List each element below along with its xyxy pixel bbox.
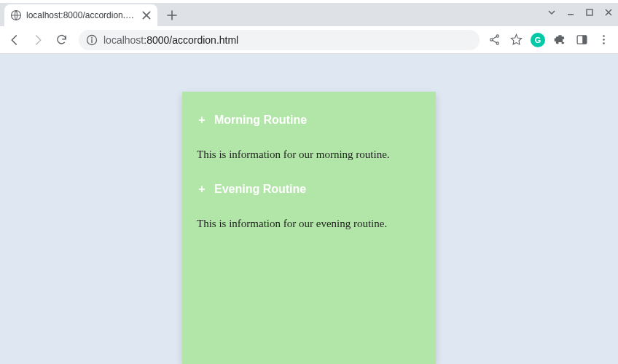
svg-point-12 — [603, 42, 605, 44]
back-button[interactable] — [4, 30, 25, 50]
url-host: localhost — [103, 34, 144, 46]
new-tab-button[interactable] — [162, 5, 182, 25]
accordion-header[interactable]: + Evening Routine — [197, 174, 421, 200]
minimize-button[interactable] — [566, 7, 576, 17]
address-bar[interactable]: localhost:8000/accordion.html — [79, 30, 480, 50]
info-icon[interactable] — [86, 34, 98, 46]
tab-title: localhost:8000/accordion.html — [26, 10, 137, 20]
chevron-down-icon[interactable] — [547, 7, 557, 17]
accordion: + Morning Routine This is information fo… — [182, 92, 436, 364]
browser-tab[interactable]: localhost:8000/accordion.html — [4, 4, 157, 26]
close-window-button[interactable] — [603, 7, 614, 17]
url-path: :8000/accordion.html — [144, 34, 238, 46]
toolbar-right: G — [487, 33, 614, 47]
window-controls — [547, 7, 614, 17]
menu-icon[interactable] — [596, 33, 611, 47]
close-icon[interactable] — [141, 10, 152, 20]
globe-icon — [10, 9, 22, 21]
accordion-content: This is information for our evening rout… — [197, 200, 421, 243]
side-panel-icon[interactable] — [574, 33, 589, 47]
svg-rect-4 — [91, 39, 92, 43]
extension-letter: G — [535, 36, 541, 44]
svg-point-10 — [603, 35, 605, 37]
maximize-button[interactable] — [584, 7, 595, 17]
svg-point-7 — [496, 42, 498, 44]
plus-icon: + — [197, 114, 207, 127]
plus-icon: + — [197, 183, 207, 196]
svg-rect-9 — [582, 36, 587, 44]
reload-button[interactable] — [51, 30, 71, 50]
forward-button[interactable] — [28, 30, 48, 50]
svg-point-3 — [91, 37, 93, 39]
browser-toolbar: localhost:8000/accordion.html G — [0, 26, 618, 54]
bookmark-icon[interactable] — [509, 33, 523, 47]
page-viewport: + Morning Routine This is information fo… — [0, 54, 618, 364]
extensions-icon[interactable] — [552, 33, 567, 47]
accordion-header[interactable]: + Morning Routine — [197, 105, 421, 131]
accordion-title: Evening Routine — [214, 183, 306, 196]
svg-point-5 — [496, 35, 498, 37]
svg-rect-1 — [587, 9, 592, 15]
accordion-title: Morning Routine — [214, 114, 307, 127]
extension-badge[interactable]: G — [531, 33, 545, 47]
tab-strip: localhost:8000/accordion.html — [0, 3, 618, 26]
svg-point-6 — [490, 39, 492, 41]
url-text: localhost:8000/accordion.html — [103, 34, 238, 46]
share-icon[interactable] — [487, 33, 501, 47]
svg-point-11 — [603, 39, 605, 41]
accordion-content: This is information for our morning rout… — [197, 131, 421, 174]
